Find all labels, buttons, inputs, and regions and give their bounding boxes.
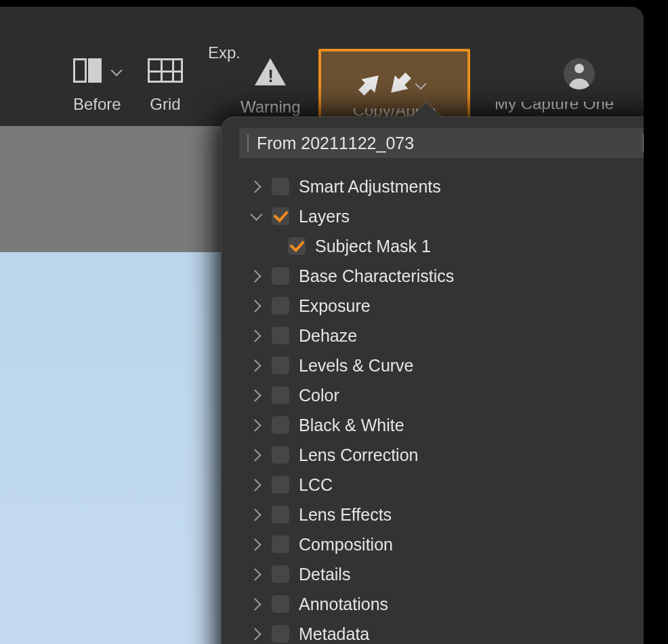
tree-item[interactable]: Layers [250,201,644,231]
chevron-right-icon[interactable] [250,270,262,282]
checkbox[interactable] [272,625,289,643]
checkbox[interactable] [272,565,289,583]
checkbox[interactable] [272,506,289,523]
tree-item[interactable]: Details [250,559,644,589]
exposure-warning-tool[interactable]: Warning [241,58,300,117]
tree-item[interactable]: Annotations [250,589,644,619]
field-divider [247,134,249,152]
tree-item-label: Base Characteristics [299,266,454,286]
chevron-right-icon[interactable] [250,538,262,550]
warning-label: Warning [241,98,300,117]
tree-item[interactable]: Base Characteristics [250,261,644,291]
checkbox[interactable] [272,595,289,613]
checkbox[interactable] [272,476,289,494]
tree-item[interactable]: Composition [250,529,644,559]
checkbox[interactable] [272,536,289,553]
app-window: Before Grid Exp. Warning Copy/Apply My C… [0,7,644,644]
copy-apply-popover: From 20211122_073 Smart AdjustmentsLayer… [221,117,644,644]
chevron-down-icon[interactable] [250,210,262,222]
chevron-right-icon[interactable] [250,628,262,640]
text-cursor [643,134,644,153]
chevron-right-icon[interactable] [250,389,262,401]
account-button[interactable]: My Capture One [495,58,644,114]
tree-item-label: LCC [299,475,333,495]
chevron-right-icon[interactable] [250,449,262,461]
chevron-right-icon[interactable] [250,568,262,580]
exposure-label: Exp. [208,43,239,62]
tree-item-label: Color [299,386,339,405]
tree-item[interactable]: Exposure [250,291,644,321]
tree-item-label: Black & White [299,416,404,435]
user-icon [564,58,595,89]
chevron-down-icon[interactable] [417,80,425,88]
warning-icon [255,58,286,85]
tree-item[interactable]: Smart Adjustments [250,172,644,201]
tree-subitem[interactable]: Subject Mask 1 [250,231,644,261]
chevron-right-icon[interactable] [250,300,262,312]
image-canvas[interactable] [0,252,221,644]
chevron-right-icon[interactable] [250,419,262,431]
checkbox[interactable] [272,446,289,464]
grid-tool[interactable]: Grid [148,58,183,114]
copy-apply-icon [364,73,406,95]
checkbox[interactable] [272,416,289,434]
clipboard-source-text: From 20211122_073 [257,134,643,153]
clipboard-source-field[interactable]: From 20211122_073 [239,128,644,158]
checkbox[interactable] [272,207,289,225]
checkbox[interactable] [272,357,289,374]
tree-item-label: Smart Adjustments [299,177,441,197]
before-label: Before [73,95,121,114]
chevron-right-icon[interactable] [250,479,262,491]
tree-item-label: Metadata [299,624,369,644]
checkbox[interactable] [272,297,289,315]
tree-item-label: Composition [299,535,393,555]
viewer-area [0,126,221,644]
tree-item-label: Details [299,565,350,584]
checkbox[interactable] [272,327,289,344]
tree-item[interactable]: Lens Effects [250,500,644,529]
chevron-right-icon[interactable] [250,598,262,610]
tree-item-label: Lens Correction [299,445,418,465]
tree-item-label: Lens Effects [299,505,392,525]
adjustments-tree: Smart AdjustmentsLayersSubject Mask 1Bas… [239,167,644,644]
tree-item[interactable]: Dehaze [250,321,644,350]
tree-item-label: Levels & Curve [299,356,414,376]
compare-icon [73,58,106,83]
before-after-tool[interactable]: Before [73,58,121,114]
chevron-right-icon[interactable] [250,329,262,342]
tree-item[interactable]: Black & White [250,410,644,440]
tree-item-label: Exposure [299,296,371,316]
account-label: My Capture One [495,102,644,114]
tree-subitem-label: Subject Mask 1 [315,237,431,256]
tree-item[interactable]: Levels & Curve [250,350,644,380]
checkbox[interactable] [272,267,289,285]
checkbox[interactable] [288,237,306,255]
tree-item-label: Dehaze [299,326,357,346]
checkbox[interactable] [272,386,289,404]
chevron-right-icon[interactable] [250,180,262,193]
tree-item-label: Layers [299,207,350,226]
tree-item[interactable]: Color [250,380,644,410]
tree-item[interactable]: Metadata [250,619,644,644]
tree-item[interactable]: Lens Correction [250,440,644,470]
viewer-header-strip [0,126,221,252]
grid-label: Grid [150,95,180,114]
chevron-right-icon[interactable] [250,359,262,371]
tree-item-label: Annotations [299,595,388,614]
checkbox[interactable] [272,178,289,195]
tree-item[interactable]: LCC [250,470,644,500]
chevron-down-icon[interactable] [112,66,121,75]
grid-icon [148,58,183,83]
toolbar: Before Grid Exp. Warning Copy/Apply My C… [0,7,644,119]
chevron-right-icon[interactable] [250,508,262,521]
